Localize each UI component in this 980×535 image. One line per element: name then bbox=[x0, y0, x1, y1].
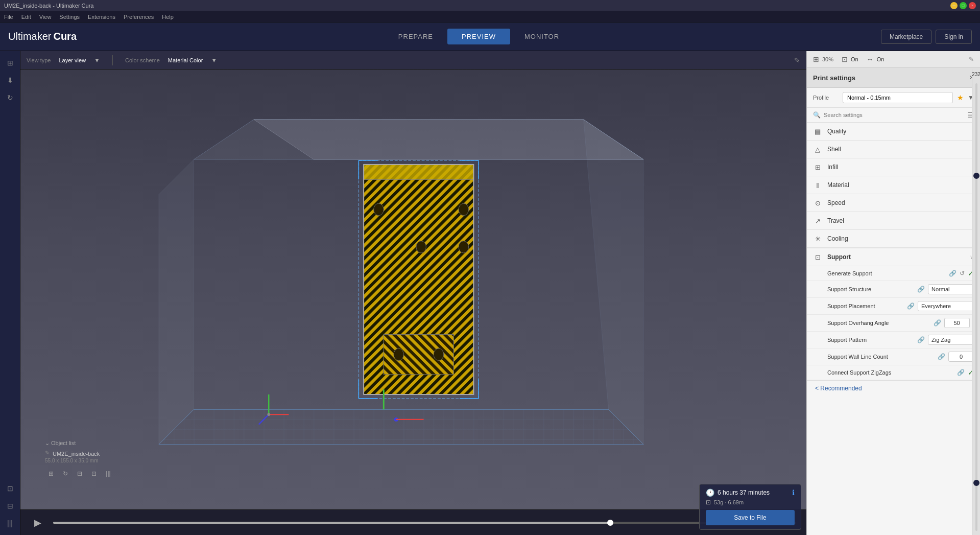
retract-value: On bbox=[851, 56, 858, 62]
edit-object-icon[interactable]: ✎ bbox=[45, 450, 50, 456]
link-icon-generate[interactable]: 🔗 bbox=[949, 270, 957, 277]
link-icon-placement[interactable]: 🔗 bbox=[907, 303, 915, 310]
category-travel-label: Travel bbox=[827, 217, 967, 224]
category-shell[interactable]: △ Shell › bbox=[807, 141, 980, 158]
nav-prepare[interactable]: PREPARE bbox=[384, 29, 447, 44]
menu-view[interactable]: View bbox=[39, 14, 52, 20]
obj-toolbar-4[interactable]: ⊡ bbox=[88, 468, 100, 480]
minimize-button[interactable]: ─ bbox=[950, 2, 958, 9]
play-button[interactable]: ▶ bbox=[31, 516, 45, 530]
toolbar-btn-1[interactable]: ⊞ bbox=[3, 55, 18, 71]
search-input[interactable] bbox=[824, 112, 964, 118]
layer-wipe-group: ↔ On bbox=[867, 55, 885, 63]
layer-slider[interactable] bbox=[53, 522, 796, 524]
speed-icon: ⊙ bbox=[813, 198, 822, 207]
wall-count-input[interactable]: 0 bbox=[948, 352, 974, 362]
nav-preview[interactable]: PREVIEW bbox=[447, 29, 510, 44]
svg-marker-2 bbox=[159, 159, 194, 445]
support-placement-select[interactable]: Everywhere Touching Buildplate bbox=[918, 301, 974, 311]
view-type-chevron[interactable]: ▼ bbox=[94, 57, 100, 64]
view-type-value[interactable]: Layer view bbox=[59, 57, 86, 63]
toolbar-btn-3[interactable]: ↻ bbox=[3, 90, 18, 105]
menu-file[interactable]: File bbox=[4, 14, 13, 20]
maximize-button[interactable]: □ bbox=[960, 2, 967, 9]
menu-help[interactable]: Help bbox=[162, 14, 174, 20]
link-icon-pattern[interactable]: 🔗 bbox=[917, 336, 925, 343]
filament-estimate: 53g · 6.69m bbox=[714, 499, 744, 505]
support-icon: ⊡ bbox=[813, 252, 822, 262]
infill-icon: ⊞ bbox=[813, 162, 822, 172]
generate-support-actions: 🔗 ↺ ✓ bbox=[949, 269, 974, 277]
category-travel[interactable]: ↗ Travel › bbox=[807, 212, 980, 230]
travel-icon: ↗ bbox=[813, 216, 822, 225]
time-estimate: 6 hours 37 minutes bbox=[718, 489, 789, 496]
logo: Ultimaker Cura bbox=[8, 31, 77, 42]
viewport[interactable]: ⌄ Object list ✎ UM2E_inside-back 55.0 x … bbox=[20, 69, 806, 509]
color-scheme-chevron[interactable]: ▼ bbox=[211, 57, 217, 64]
obj-toolbar-3[interactable]: ⊟ bbox=[74, 468, 86, 480]
overhang-angle-input[interactable]: 50 bbox=[944, 318, 970, 328]
viewport-container: View type Layer view ▼ Color scheme Mate… bbox=[20, 51, 806, 535]
support-overhang-row: Support Overhang Angle 🔗 50 ° bbox=[807, 315, 980, 332]
reset-icon-generate[interactable]: ↺ bbox=[960, 270, 965, 277]
toolbar-btn-4[interactable]: ⊡ bbox=[3, 481, 18, 496]
logo-brand: Ultimaker bbox=[8, 31, 51, 42]
retract-icon: ⊡ bbox=[842, 55, 848, 63]
material-icon: ||| bbox=[813, 180, 822, 190]
category-speed-label: Speed bbox=[827, 199, 967, 206]
print-settings-title: Print settings bbox=[813, 74, 855, 82]
support-structure-select[interactable]: Normal Tree bbox=[928, 284, 974, 294]
search-row: 🔍 ☰ bbox=[807, 108, 980, 123]
toolbar-btn-2[interactable]: ⬇ bbox=[3, 73, 18, 88]
category-infill[interactable]: ⊞ Infill › bbox=[807, 158, 980, 176]
link-icon-overhang[interactable]: 🔗 bbox=[934, 319, 941, 327]
save-to-file-button[interactable]: Save to File bbox=[706, 510, 795, 525]
nav-monitor[interactable]: MONITOR bbox=[510, 29, 573, 44]
color-scheme-value[interactable]: Material Color bbox=[168, 57, 203, 63]
category-cooling[interactable]: ✳ Cooling › bbox=[807, 230, 980, 248]
signin-button[interactable]: Sign in bbox=[936, 30, 972, 44]
menu-settings[interactable]: Settings bbox=[59, 14, 80, 20]
support-placement-label: Support Placement bbox=[827, 303, 907, 309]
category-speed[interactable]: ⊙ Speed › bbox=[807, 194, 980, 212]
svg-point-31 bbox=[267, 413, 270, 416]
obj-toolbar-2[interactable]: ↻ bbox=[59, 468, 71, 480]
filament-icon: ⊡ bbox=[706, 499, 711, 506]
toolbar-btn-5[interactable]: ⊟ bbox=[3, 498, 18, 514]
info-icon[interactable]: ℹ bbox=[792, 489, 795, 497]
menu-preferences[interactable]: Preferences bbox=[124, 14, 154, 20]
slider-track[interactable] bbox=[975, 83, 977, 531]
support-pattern-label: Support Pattern bbox=[827, 337, 917, 343]
profile-select[interactable]: Normal - 0.15mm Fine - 0.1mm Draft - 0.2… bbox=[843, 92, 953, 103]
recommended-button[interactable]: < Recommended bbox=[807, 380, 980, 396]
category-material[interactable]: ||| Material › bbox=[807, 176, 980, 194]
menu-edit[interactable]: Edit bbox=[21, 14, 31, 20]
object-list-header[interactable]: ⌄ Object list bbox=[45, 440, 114, 447]
link-icon-structure[interactable]: 🔗 bbox=[917, 286, 925, 293]
support-header[interactable]: ⊡ Support ∨ bbox=[807, 248, 980, 266]
close-button[interactable]: × bbox=[969, 2, 976, 9]
category-quality[interactable]: ▤ Quality › bbox=[807, 123, 980, 141]
layer-edit-icon[interactable]: ✎ bbox=[969, 56, 974, 63]
slider-value: 232 bbox=[972, 69, 980, 79]
profile-star-icon[interactable]: ★ bbox=[957, 94, 964, 102]
support-pattern-select[interactable]: Zig Zag Lines Grid Triangles Concentric … bbox=[928, 335, 974, 345]
bottom-controls: ▶ bbox=[20, 509, 806, 535]
link-icon-connect[interactable]: 🔗 bbox=[957, 369, 965, 376]
shell-icon: △ bbox=[813, 145, 822, 154]
obj-toolbar-5[interactable]: ||| bbox=[102, 468, 114, 480]
menu-extensions[interactable]: Extensions bbox=[88, 14, 115, 20]
search-icon: 🔍 bbox=[813, 111, 821, 119]
slider-thumb-bottom[interactable] bbox=[973, 480, 979, 486]
toolbar-btn-6[interactable]: ||| bbox=[3, 516, 18, 531]
slider-thumb-top[interactable] bbox=[973, 173, 979, 179]
obj-toolbar-1[interactable]: ⊞ bbox=[45, 468, 57, 480]
filament-row: ⊡ 53g · 6.69m bbox=[706, 499, 795, 506]
layer-slider-thumb[interactable] bbox=[607, 520, 613, 526]
marketplace-button[interactable]: Marketplace bbox=[881, 30, 931, 44]
category-cooling-label: Cooling bbox=[827, 235, 967, 242]
svg-rect-10 bbox=[364, 165, 473, 179]
link-icon-wall[interactable]: 🔗 bbox=[938, 353, 945, 360]
edit-icon[interactable]: ✎ bbox=[794, 56, 800, 64]
generate-support-row: Generate Support 🔗 ↺ ✓ bbox=[807, 266, 980, 281]
